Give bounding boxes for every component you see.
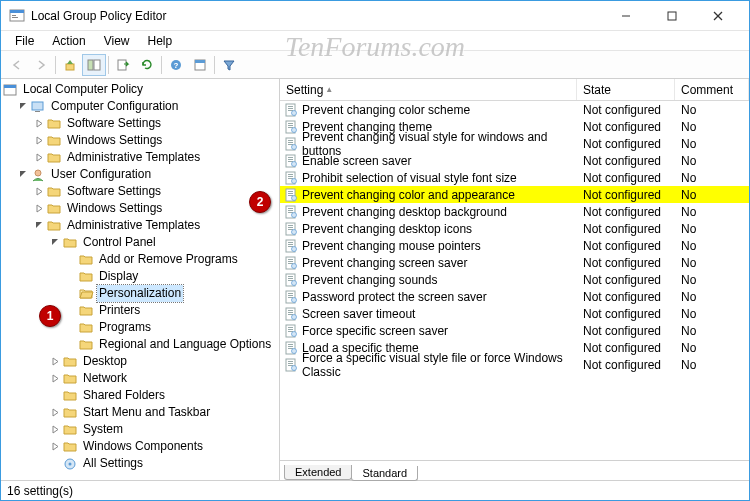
svg-rect-10 xyxy=(94,60,100,70)
list-row[interactable]: Screen saver timeoutNot configuredNo xyxy=(280,305,749,322)
expand-icon[interactable] xyxy=(33,203,45,215)
tree-shared[interactable]: Shared Folders xyxy=(49,387,279,404)
menu-file[interactable]: File xyxy=(7,33,42,49)
list-row[interactable]: Prevent changing color schemeNot configu… xyxy=(280,101,749,118)
list-row[interactable]: Prevent changing desktop iconsNot config… xyxy=(280,220,749,237)
list-row[interactable]: Prevent changing soundsNot configuredNo xyxy=(280,271,749,288)
tree-display[interactable]: Display xyxy=(65,268,279,285)
list-row[interactable]: Force specific screen saverNot configure… xyxy=(280,322,749,339)
expand-icon[interactable] xyxy=(49,407,61,419)
expand-icon[interactable] xyxy=(33,152,45,164)
column-setting[interactable]: Setting▲ xyxy=(280,79,577,100)
list-row[interactable]: Enable screen saverNot configuredNo xyxy=(280,152,749,169)
tree-start-taskbar[interactable]: Start Menu and Taskbar xyxy=(49,404,279,421)
expand-icon[interactable] xyxy=(49,356,61,368)
setting-state: Not configured xyxy=(577,273,675,287)
tree-computer-config[interactable]: Computer Configuration xyxy=(17,98,279,115)
expand-icon[interactable] xyxy=(33,118,45,130)
window-title: Local Group Policy Editor xyxy=(31,9,603,23)
menu-action[interactable]: Action xyxy=(44,33,93,49)
settings-icon xyxy=(62,456,78,472)
list-row[interactable]: Prevent changing visual style for window… xyxy=(280,135,749,152)
tree-pane[interactable]: Local Computer Policy Computer Configura… xyxy=(1,79,280,480)
collapse-icon[interactable] xyxy=(17,169,29,181)
policy-item-icon xyxy=(284,290,298,304)
expand-icon[interactable] xyxy=(33,186,45,198)
help-button[interactable]: ? xyxy=(164,54,188,76)
export-list-button[interactable] xyxy=(111,54,135,76)
folder-icon xyxy=(62,235,78,251)
list-header: Setting▲ State Comment xyxy=(280,79,749,101)
svg-point-77 xyxy=(292,280,297,285)
tree-label: User Configuration xyxy=(49,166,153,183)
svg-rect-2 xyxy=(12,15,16,16)
svg-rect-35 xyxy=(288,142,293,143)
tab-standard[interactable]: Standard xyxy=(351,466,418,481)
tree-network[interactable]: Network xyxy=(49,370,279,387)
tree-label: Administrative Templates xyxy=(65,149,202,166)
properties-button[interactable] xyxy=(188,54,212,76)
tree-programs[interactable]: Programs xyxy=(65,319,279,336)
up-button[interactable] xyxy=(58,54,82,76)
list-row[interactable]: Prevent changing mouse pointersNot confi… xyxy=(280,237,749,254)
maximize-button[interactable] xyxy=(649,1,695,31)
filter-button[interactable] xyxy=(217,54,241,76)
setting-name: Force specific screen saver xyxy=(302,324,448,338)
policy-item-icon xyxy=(284,358,298,372)
tree-regional[interactable]: Regional and Language Options xyxy=(65,336,279,353)
collapse-icon[interactable] xyxy=(49,237,61,249)
tree-cc-windows[interactable]: Windows Settings xyxy=(33,132,279,149)
column-state[interactable]: State xyxy=(577,79,675,100)
tree-system[interactable]: System xyxy=(49,421,279,438)
tree-user-config[interactable]: User Configuration xyxy=(17,166,279,183)
refresh-button[interactable] xyxy=(135,54,159,76)
collapse-icon[interactable] xyxy=(33,220,45,232)
policy-item-icon xyxy=(284,154,298,168)
expand-icon[interactable] xyxy=(33,135,45,147)
collapse-icon[interactable] xyxy=(17,101,29,113)
tree-add-remove[interactable]: Add or Remove Programs xyxy=(65,251,279,268)
tree-uc-windows[interactable]: Windows Settings xyxy=(33,200,279,217)
list-row[interactable]: Password protect the screen saverNot con… xyxy=(280,288,749,305)
tree-uc-admin[interactable]: Administrative Templates xyxy=(33,217,279,234)
list-row[interactable]: Prevent changing screen saverNot configu… xyxy=(280,254,749,271)
list-body[interactable]: Prevent changing color schemeNot configu… xyxy=(280,101,749,460)
tree-personalization[interactable]: Personalization xyxy=(65,285,279,302)
setting-comment: No xyxy=(675,290,749,304)
computer-icon xyxy=(30,99,46,115)
tree-root[interactable]: Local Computer Policy xyxy=(1,81,279,98)
tree-all-settings[interactable]: All Settings xyxy=(49,455,279,472)
tree-cc-admin[interactable]: Administrative Templates xyxy=(33,149,279,166)
list-row[interactable]: Force a specific visual style file or fo… xyxy=(280,356,749,373)
titlebar: Local Group Policy Editor xyxy=(1,1,749,31)
list-row[interactable]: Prevent changing desktop backgroundNot c… xyxy=(280,203,749,220)
tree-uc-software[interactable]: Software Settings xyxy=(33,183,279,200)
list-row[interactable]: Prevent changing color and appearanceNot… xyxy=(280,186,749,203)
setting-state: Not configured xyxy=(577,188,675,202)
list-row[interactable]: Prohibit selection of visual style font … xyxy=(280,169,749,186)
folder-icon xyxy=(46,184,62,200)
tree-cc-software[interactable]: Software Settings xyxy=(33,115,279,132)
tree-label: Windows Components xyxy=(81,438,205,455)
show-hide-tree-button[interactable] xyxy=(82,54,106,76)
menu-view[interactable]: View xyxy=(96,33,138,49)
minimize-button[interactable] xyxy=(603,1,649,31)
close-button[interactable] xyxy=(695,1,741,31)
column-comment[interactable]: Comment xyxy=(675,79,749,100)
tree-win-comp[interactable]: Windows Components xyxy=(49,438,279,455)
tree-desktop[interactable]: Desktop xyxy=(49,353,279,370)
setting-comment: No xyxy=(675,188,749,202)
expand-icon[interactable] xyxy=(49,373,61,385)
tree-control-panel[interactable]: Control Panel xyxy=(49,234,279,251)
svg-rect-65 xyxy=(288,244,293,245)
folder-icon xyxy=(46,150,62,166)
tree-label: Control Panel xyxy=(81,234,158,251)
expand-icon[interactable] xyxy=(49,441,61,453)
menu-help[interactable]: Help xyxy=(140,33,181,49)
tree-label: Regional and Language Options xyxy=(97,336,273,353)
tab-extended[interactable]: Extended xyxy=(284,465,352,480)
tree-printers[interactable]: Printers xyxy=(65,302,279,319)
expand-icon[interactable] xyxy=(49,424,61,436)
setting-name: Prevent changing mouse pointers xyxy=(302,239,481,253)
setting-name: Screen saver timeout xyxy=(302,307,415,321)
